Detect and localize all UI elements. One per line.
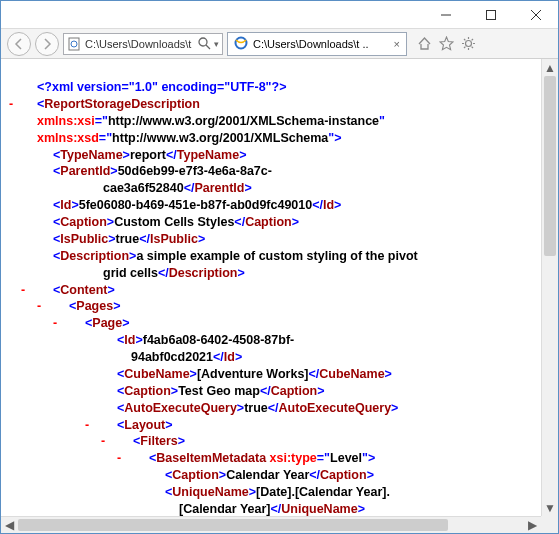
scroll-up-icon[interactable]: ▲ <box>542 59 558 76</box>
scrollbar-corner <box>541 516 558 533</box>
titlebar <box>1 1 558 29</box>
favorites-icon[interactable] <box>439 36 454 51</box>
svg-line-15 <box>472 47 473 48</box>
svg-line-7 <box>206 45 210 49</box>
svg-line-14 <box>464 39 465 40</box>
svg-line-17 <box>464 47 465 48</box>
xml-declaration: <?xml version="1.0" encoding="UTF-8"?> <box>37 80 286 94</box>
scroll-left-icon[interactable]: ◀ <box>1 517 18 533</box>
search-icon[interactable]: ▾ <box>198 37 219 50</box>
horizontal-scroll-thumb[interactable] <box>18 519 448 531</box>
close-button[interactable] <box>513 1 558 29</box>
svg-point-5 <box>71 41 77 47</box>
home-icon[interactable] <box>417 36 432 51</box>
toolbar: C:\Users\Downloads\t ▾ C:\Users\Download… <box>1 29 558 59</box>
tab-title: C:\Users\Downloads\t .. <box>253 38 369 50</box>
vertical-scroll-thumb[interactable] <box>544 76 556 256</box>
scroll-down-icon[interactable]: ▼ <box>542 499 558 516</box>
address-text: C:\Users\Downloads\t <box>85 38 191 50</box>
tools-icon[interactable] <box>461 36 476 51</box>
minimize-button[interactable] <box>423 1 468 29</box>
svg-line-16 <box>472 39 473 40</box>
back-button[interactable] <box>7 32 31 56</box>
svg-rect-1 <box>486 10 495 19</box>
vertical-scrollbar[interactable]: ▲ ▼ <box>541 59 558 516</box>
ie-icon <box>234 36 248 52</box>
page-icon <box>67 37 81 51</box>
address-bar[interactable]: C:\Users\Downloads\t ▾ <box>63 33 223 55</box>
content-viewport: <?xml version="1.0" encoding="UTF-8"?> -… <box>1 59 558 516</box>
svg-point-6 <box>199 38 207 46</box>
maximize-button[interactable] <box>468 1 513 29</box>
scroll-right-icon[interactable]: ▶ <box>524 517 541 533</box>
horizontal-scrollbar[interactable]: ◀ ▶ <box>1 516 541 533</box>
tab-close-icon[interactable]: × <box>394 38 400 50</box>
search-dropdown-icon[interactable]: ▾ <box>214 39 219 49</box>
browser-tab[interactable]: C:\Users\Downloads\t .. × <box>227 32 407 56</box>
forward-button[interactable] <box>35 32 59 56</box>
svg-point-9 <box>466 41 472 47</box>
